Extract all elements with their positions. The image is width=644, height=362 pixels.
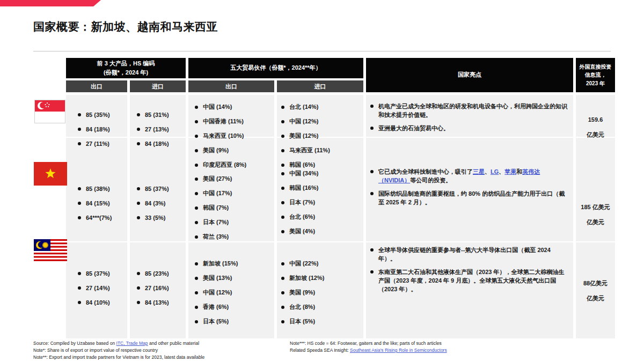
bullet-icon <box>78 272 81 275</box>
footer-text: Related Speeda SEA Insight: <box>290 348 350 353</box>
vietnam-hs-import-value: 84 (3%) <box>145 200 166 206</box>
vietnam-hs-export-value: 85 (38%) <box>86 186 110 192</box>
vietnam-hs-export-item: 64***(7%) <box>78 210 112 225</box>
highlight-text-block: 全球半导体供应链的重要参与者--第六大半导体出口国（截至 2024 年）。 <box>378 246 569 263</box>
singapore-partner-import-item: 美国 (12%) <box>281 129 330 143</box>
singapore-partner-export-item: 美国 (9%) <box>195 143 246 158</box>
highlight-text-block: 机电产业已成为全球和地区的研发和机电设备中心，利用跨国企业的知识和技术提升价值链… <box>378 102 569 119</box>
vietnam-hs-import-item: 85 (37%) <box>137 181 169 196</box>
vietnam-partner-export-item: 中国 (17%) <box>195 186 232 201</box>
malaysia-partner-import-value: 台北 (8%) <box>289 303 315 311</box>
malaysia-partner-import-value: 美国 (9%) <box>289 289 315 297</box>
vietnam-hs-export-list: 85 (38%)84 (15%)64***(7%) <box>78 181 112 225</box>
highlight-bullet: 国际纺织品制造商的重要枢纽，约 80% 的纺织品生产能力用于出口（截至 2025… <box>370 189 569 206</box>
bullet-icon <box>281 230 284 233</box>
highlight-bullet: 东南亚第二大石油和其他液体生产国（2023 年），全球第二大棕榈油生产国（202… <box>370 268 569 293</box>
footer-link[interactable]: Southeast Asia's Rising Role in Semicond… <box>350 348 447 353</box>
singapore-hs-import-item: 27 (13%) <box>137 122 169 136</box>
vietnam-fdi-value: 185 亿美元亿美元 <box>576 200 615 230</box>
vietnam-partner-export-list: 美国 (27%)中国 (17%)韩国 (7%)日本 (7%)荷兰 (3%) <box>195 172 232 244</box>
bullet-icon <box>281 135 284 138</box>
bullet-icon <box>137 128 140 131</box>
malaysia-partner-import-list: 中国 (22%)新加坡 (12%)美国 (9%)台北 (8%)日本 (5%) <box>281 256 324 329</box>
bullet-icon <box>137 202 140 205</box>
footer-text: and other public material <box>148 341 199 346</box>
highlight-text: 等公司的投资。 <box>410 177 451 183</box>
fdi-line: 185 亿美元 <box>576 200 615 215</box>
page-title: 国家概要：新加坡、越南和马来西亚 <box>33 19 218 34</box>
bullet-icon <box>195 149 198 152</box>
fdi-line: 亿美元 <box>576 291 615 306</box>
singapore-hs-export-item: 85 (35%) <box>78 107 110 122</box>
vietnam-hs-import-value: 33 (5%) <box>145 215 166 221</box>
vietnam-flag <box>34 162 67 186</box>
singapore-hs-import-value: 85 (31%) <box>145 112 169 118</box>
bullet-icon <box>281 172 284 175</box>
singapore-partner-import-value: 台北 (14%) <box>289 103 318 111</box>
highlight-link[interactable]: 苹果 <box>504 168 516 175</box>
footer-note-line: Related Speeda SEA Insight: Southeast As… <box>290 347 447 354</box>
footer-note-line: Source: Compiled by Uzabase based on ITC… <box>33 340 204 347</box>
highlight-text: 它已成为全球科技制造中心，吸引了 <box>378 168 473 175</box>
vietnam-partner-import-item: 台北 (6%) <box>281 210 318 224</box>
malaysia-partner-export-item: 日本 (5%) <box>195 314 238 329</box>
bullet-icon <box>78 286 81 290</box>
singapore-hs-import-list: 85 (31%)27 (13%)84 (18%) <box>137 107 169 151</box>
singapore-hs-export-value: 85 (35%) <box>86 112 110 118</box>
vietnam-hs-export-value: 64***(7%) <box>86 215 112 221</box>
malaysia-partner-export-value: 中国 (12%) <box>203 289 232 297</box>
singapore-flag <box>34 100 65 123</box>
bullet-icon <box>195 192 198 195</box>
highlight-bullet: 机电产业已成为全球和地区的研发和机电设备中心，利用跨国企业的知识和技术提升价值链… <box>370 102 569 119</box>
singapore-partner-export-value: 中国 (14%) <box>203 103 232 111</box>
bullet-icon <box>370 192 374 195</box>
singapore-partner-export-item: 中国 (14%) <box>195 100 246 114</box>
malaysia-hs-export-list: 85 (37%)27 (14%)84 (10%) <box>78 266 110 309</box>
bullet-icon <box>78 187 81 190</box>
vietnam-partner-export-value: 日本 (7%) <box>203 218 229 226</box>
footer-note-line: Note**: Export and import trade partners… <box>33 354 204 361</box>
singapore-partner-import-item: 台北 (14%) <box>281 100 330 114</box>
malaysia-partner-export-value: 香港 (6%) <box>203 303 229 311</box>
footer-notes-right: Note***: HS code = 64: Footwear, gaiters… <box>290 340 447 354</box>
vietnam-hs-import-list: 85 (37%)84 (3%)33 (5%) <box>137 181 169 225</box>
bullet-icon <box>78 202 81 205</box>
singapore-partner-export-value: 印度尼西亚 (8%) <box>203 161 246 169</box>
footer-link[interactable]: ITC, Trade Map <box>116 341 148 346</box>
highlight-link[interactable]: 三星 <box>473 168 485 175</box>
malaysia-partner-import-item: 美国 (9%) <box>281 285 324 300</box>
vietnam-partner-import-item: 韩国 (16%) <box>281 181 318 195</box>
bullet-icon <box>281 120 284 123</box>
malaysia-partner-import-value: 新加坡 (12%) <box>289 274 324 282</box>
vietnam-hs-export-item: 84 (15%) <box>78 196 112 210</box>
footer-text: Source: Compiled by Uzabase based on <box>33 341 116 346</box>
bullet-icon <box>370 270 374 274</box>
header-country-highlights: 国家亮点 <box>366 58 573 92</box>
bullet-icon <box>281 306 284 309</box>
bullet-icon <box>195 320 198 323</box>
singapore-partner-import-value: 美国 (12%) <box>289 132 318 140</box>
bullet-icon <box>195 235 198 239</box>
highlight-text-block: 国际纺织品制造商的重要枢纽，约 80% 的纺织品生产能力用于出口（截至 2025… <box>378 189 569 206</box>
bullet-icon <box>281 216 284 219</box>
highlight-link[interactable]: LG <box>491 168 499 175</box>
singapore-hs-export-value: 27 (11%) <box>86 141 109 147</box>
bullet-icon <box>195 221 198 224</box>
vietnam-partner-import-value: 台北 (6%) <box>289 213 315 221</box>
footer-note-line: Note***: HS code = 64: Footwear, gaiters… <box>290 340 447 347</box>
singapore-hs-export-item: 27 (11%) <box>78 136 110 151</box>
malaysia-partner-import-item: 日本 (5%) <box>281 314 324 329</box>
vietnam-partner-export-value: 韩国 (7%) <box>203 204 229 212</box>
fdi-line: 88亿美元 <box>576 276 615 291</box>
vietnam-partner-export-item: 韩国 (7%) <box>195 201 232 215</box>
bullet-icon <box>137 113 140 116</box>
singapore-partner-import-list: 台北 (14%)中国 (12%)美国 (12%)马来西亚 (11%)韩国 (6%… <box>281 100 330 172</box>
malaysia-hs-import-item: 84 (13%) <box>137 295 169 309</box>
bullet-icon <box>195 135 198 138</box>
malaysia-hs-import-value: 27 (16%) <box>145 285 169 291</box>
bullet-icon <box>281 277 284 280</box>
highlight-text: 和 <box>516 168 522 175</box>
bullet-icon <box>195 291 198 294</box>
singapore-hs-export-item: 84 (18%) <box>78 122 110 136</box>
slide: 国家概要：新加坡、越南和马来西亚 前 3 大产品，HS 编码 (份额*，2024… <box>0 0 644 362</box>
